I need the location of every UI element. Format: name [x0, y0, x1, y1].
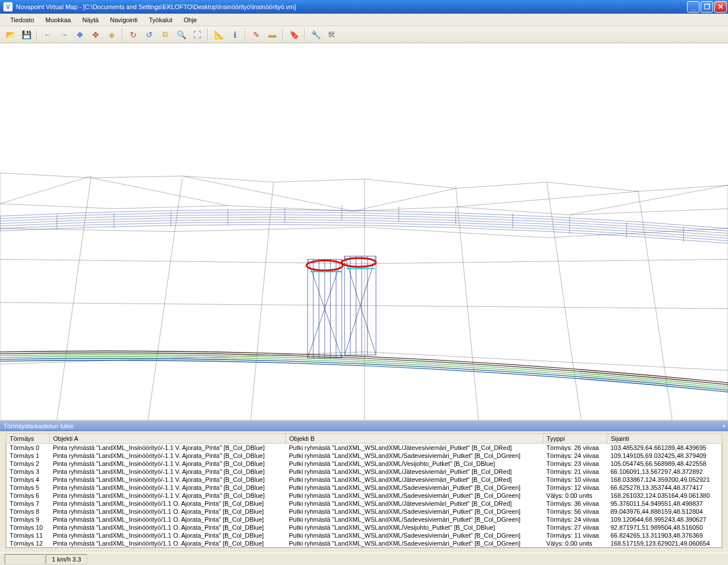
- toolbar: 📂💾←→❖✥◈↻↺⧉🔍⛶📐ℹ✎▬🔖🔧🛠: [0, 26, 728, 43]
- cell: Törmäys 6: [6, 492, 50, 500]
- cell: Pinta ryhmästä "LandXML_Insinöörityö/-1.…: [50, 460, 286, 468]
- collision-results-table: TörmäysObjekti AObjekti BTyyppiSijainti …: [6, 433, 722, 548]
- cell: Putki ryhmästä "LandXML_WSLandXML/Jäteve…: [285, 444, 543, 452]
- zoom-in-icon[interactable]: 🔍: [174, 28, 188, 42]
- table-row[interactable]: Törmäys 5Pinta ryhmästä "LandXML_Insinöö…: [6, 484, 722, 492]
- maximize-button[interactable]: ❐: [701, 1, 713, 13]
- table-row[interactable]: Törmäys 4Pinta ryhmästä "LandXML_Insinöö…: [6, 476, 722, 484]
- cell: Pinta ryhmästä "LandXML_Insinöörityö/-1.…: [50, 444, 286, 452]
- svg-line-9: [0, 176, 91, 204]
- open-icon[interactable]: 📂: [3, 28, 17, 42]
- zoom-fit-icon[interactable]: ⛶: [190, 28, 204, 42]
- 3d-viewport[interactable]: [0, 43, 728, 421]
- back-icon[interactable]: ←: [41, 28, 55, 42]
- table-row[interactable]: Törmäys 11Pinta ryhmästä "LandXML_Insinö…: [6, 531, 722, 539]
- table-row[interactable]: Törmäys 2Pinta ryhmästä "LandXML_Insinöö…: [6, 460, 722, 468]
- cell: Putki ryhmästä "LandXML_WSLandXML/Jäteve…: [285, 476, 543, 484]
- cell: Törmäys: 27 viivaa: [543, 523, 607, 531]
- table-row[interactable]: Törmäys 3Pinta ryhmästä "LandXML_Insinöö…: [6, 468, 722, 476]
- menu-muokkaa[interactable]: Muokkaa: [40, 15, 77, 25]
- cell: 66.824265,13.311903,48.376369: [607, 531, 722, 539]
- cell: 95.376011,54.949551,48.498837: [607, 500, 722, 507]
- menu-navigointi[interactable]: Navigointi: [104, 15, 143, 25]
- redo-icon[interactable]: ↻: [126, 28, 140, 42]
- pan-icon[interactable]: ✥: [89, 28, 103, 42]
- app-icon: V: [3, 2, 13, 11]
- col-header[interactable]: Tyyppi: [543, 434, 607, 444]
- minimize-button[interactable]: _: [687, 1, 700, 13]
- erase-icon[interactable]: ▬: [265, 28, 279, 42]
- cell: Putki ryhmästä "LandXML_WSLandXML/Sadeve…: [285, 452, 543, 460]
- col-header[interactable]: Objekti A: [50, 434, 286, 444]
- cell: 66.106091,13.567297,48.372892: [607, 468, 722, 476]
- cell: Törmäys: 10 viivaa: [543, 476, 607, 484]
- table-row[interactable]: Törmäys 9Pinta ryhmästä "LandXML_Insinöö…: [6, 515, 722, 523]
- menu-työkalut[interactable]: Työkalut: [144, 15, 178, 25]
- cell: Pinta ryhmästä "LandXML_Insinöörityö/-1.…: [50, 468, 286, 476]
- cell: Pinta ryhmästä "LandXML_Insinöörityö/-1.…: [50, 452, 286, 460]
- cell: Pinta ryhmästä "LandXML_Insinöörityö/-1.…: [50, 492, 286, 500]
- table-row[interactable]: Törmäys 12Pinta ryhmästä "LandXML_Insinö…: [6, 539, 722, 548]
- cell: Törmäys: 11 viivaa: [543, 531, 607, 539]
- cell: Pinta ryhmästä "LandXML_Insinöörityö/-1.…: [50, 476, 286, 484]
- info-icon[interactable]: ℹ: [228, 28, 242, 42]
- cell: Törmäys 12: [6, 539, 50, 548]
- walk-icon[interactable]: ◈: [105, 28, 118, 42]
- cell: Törmäys: 21 viivaa: [543, 468, 607, 476]
- cell: 168.033867,124.359200,49.052921: [607, 476, 722, 484]
- panel-title-label: Törmäystarkastelun tulos: [3, 423, 73, 429]
- table-row[interactable]: Törmäys 10Pinta ryhmästä "LandXML_Insinö…: [6, 523, 722, 531]
- svg-line-14: [570, 185, 728, 215]
- panel-close-icon[interactable]: ×: [722, 423, 726, 429]
- svg-line-13: [456, 191, 638, 207]
- cell: Pinta ryhmästä "LandXML_Insinöörityö/1.1…: [50, 539, 286, 548]
- cell: Törmäys: 12 viivaa: [543, 484, 607, 492]
- table-row[interactable]: Törmäys 1Pinta ryhmästä "LandXML_Insinöö…: [6, 452, 722, 460]
- col-header[interactable]: Objekti B: [285, 434, 543, 444]
- cell: Törmäys: 23 viivaa: [543, 460, 607, 468]
- cell: 89.043976,44.888159,48.512804: [607, 507, 722, 515]
- cell: 168.261032,124.035164,49.061380: [607, 492, 722, 500]
- undo-icon[interactable]: ↺: [142, 28, 156, 42]
- cell: Törmäys: 56 viivaa: [543, 507, 607, 515]
- cell: Törmäys 10: [6, 523, 50, 531]
- col-header[interactable]: Sijainti: [607, 434, 722, 444]
- window-title: Novapoint Virtual Map - [C:\Documents an…: [16, 3, 686, 10]
- menu-näytä[interactable]: Näytä: [76, 15, 104, 25]
- svg-line-5: [456, 186, 478, 420]
- table-row[interactable]: Törmäys 7Pinta ryhmästä "LandXML_Insinöö…: [6, 500, 722, 507]
- panel-titlebar: Törmäystarkastelun tulos ×: [0, 421, 728, 431]
- svg-line-10: [91, 178, 228, 206]
- svg-line-11: [182, 176, 353, 211]
- table-row[interactable]: Törmäys 8Pinta ryhmästä "LandXML_Insinöö…: [6, 507, 722, 515]
- orbit-icon[interactable]: ❖: [73, 28, 87, 42]
- tag-icon[interactable]: 🔖: [287, 28, 301, 42]
- measure-icon[interactable]: 📐: [212, 28, 226, 42]
- table-row[interactable]: Törmäys 0Pinta ryhmästä "LandXML_Insinöö…: [6, 444, 722, 452]
- cell: Törmäys 3: [6, 468, 50, 476]
- brush-icon[interactable]: ✎: [250, 28, 263, 42]
- cell: Törmäys 7: [6, 500, 50, 507]
- cell: Putki ryhmästä "LandXML_WSLandXML/Sadeve…: [285, 531, 543, 539]
- svg-line-2: [148, 178, 182, 420]
- tool2-icon[interactable]: 🛠: [325, 28, 338, 42]
- col-header[interactable]: Törmäys: [6, 434, 50, 444]
- cell: Putki ryhmästä "LandXML_WSLandXML/Sadeve…: [285, 539, 543, 548]
- cell: 168.517159,123.629021,49.060654: [607, 539, 722, 548]
- menubar: TiedostoMuokkaaNäytäNavigointiTyökalutOh…: [0, 14, 728, 26]
- cell: 105.054745,66.568989,48.422558: [607, 460, 722, 468]
- forward-icon[interactable]: →: [57, 28, 71, 42]
- table-row[interactable]: Törmäys 6Pinta ryhmästä "LandXML_Insinöö…: [6, 492, 722, 500]
- cell: Putki ryhmästä "LandXML_WSLandXML/Sadeve…: [285, 507, 543, 515]
- cell: Törmäys: 24 viivaa: [543, 515, 607, 523]
- save-icon[interactable]: 💾: [19, 28, 33, 42]
- close-button[interactable]: ✕: [714, 1, 727, 13]
- menu-tiedosto[interactable]: Tiedosto: [5, 15, 40, 25]
- cell: Putki ryhmästä "LandXML_WSLandXML/Sadeve…: [285, 515, 543, 523]
- cell: Putki ryhmästä "LandXML_WSLandXML/Sadeve…: [285, 492, 543, 500]
- menu-ohje[interactable]: Ohje: [178, 15, 202, 25]
- tool1-icon[interactable]: 🔧: [309, 28, 322, 42]
- cell: Törmäys 11: [6, 531, 50, 539]
- copy-icon[interactable]: ⧉: [158, 28, 172, 42]
- cell: Putki ryhmästä "LandXML_WSLandXML/Jäteve…: [285, 500, 543, 507]
